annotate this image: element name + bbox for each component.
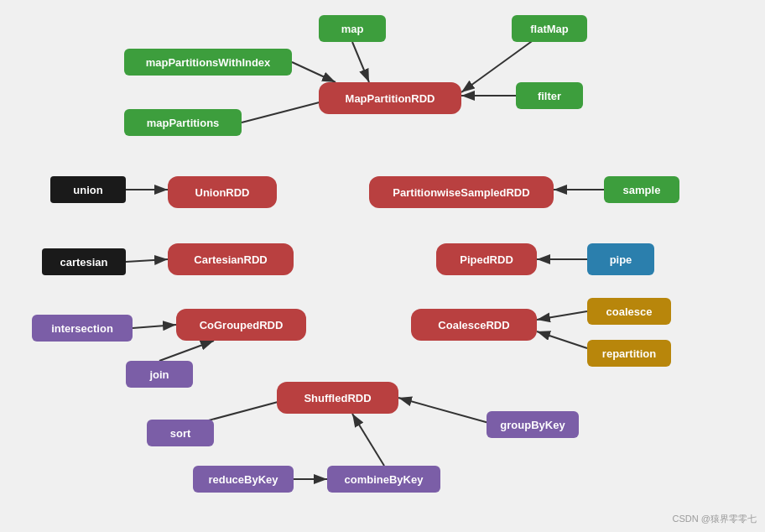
node-CoGroupedRDD: CoGroupedRDD	[176, 309, 306, 341]
node-intersection: intersection	[32, 315, 133, 342]
svg-line-13	[537, 331, 587, 348]
node-repartition: repartition	[587, 340, 671, 367]
node-sample: sample	[604, 176, 679, 203]
node-CoalesceRDD: CoalesceRDD	[411, 309, 537, 341]
node-PipedRDD: PipedRDD	[436, 243, 537, 275]
node-combineByKey: combineByKey	[327, 466, 440, 493]
node-filter: filter	[516, 82, 583, 109]
node-CartesianRDD: CartesianRDD	[168, 243, 294, 275]
node-mapPartitions: mapPartitions	[124, 109, 242, 136]
node-pipe: pipe	[587, 243, 654, 275]
node-reduceByKey: reduceByKey	[193, 466, 294, 493]
diagram: mapflatMapmapPartitionsWithIndexMapParti…	[0, 0, 765, 532]
node-coalesce: coalesce	[587, 298, 671, 325]
node-sort: sort	[147, 420, 214, 446]
svg-line-11	[159, 341, 214, 361]
svg-line-9	[126, 259, 168, 262]
node-PartitionwiseSampledRDD: PartitionwiseSampledRDD	[369, 176, 554, 208]
node-mapPartitionsWithIndex: mapPartitionsWithIndex	[124, 49, 292, 76]
node-ShuffledRDD: ShuffledRDD	[277, 382, 398, 414]
node-union: union	[50, 176, 126, 203]
svg-line-15	[398, 398, 495, 425]
svg-line-10	[133, 325, 176, 328]
node-UnionRDD: UnionRDD	[168, 176, 277, 208]
svg-line-3	[292, 62, 336, 82]
node-map: map	[319, 15, 386, 42]
node-MapPartitionRDD: MapPartitionRDD	[319, 82, 461, 114]
node-flatMap: flatMap	[512, 15, 587, 42]
svg-line-12	[537, 311, 587, 320]
node-join: join	[126, 361, 193, 388]
node-cartesian: cartesian	[42, 248, 126, 275]
watermark: CSDN @猿界零零七	[673, 513, 757, 525]
svg-line-17	[352, 414, 384, 466]
svg-line-1	[352, 42, 369, 82]
node-groupByKey: groupByKey	[487, 411, 579, 438]
